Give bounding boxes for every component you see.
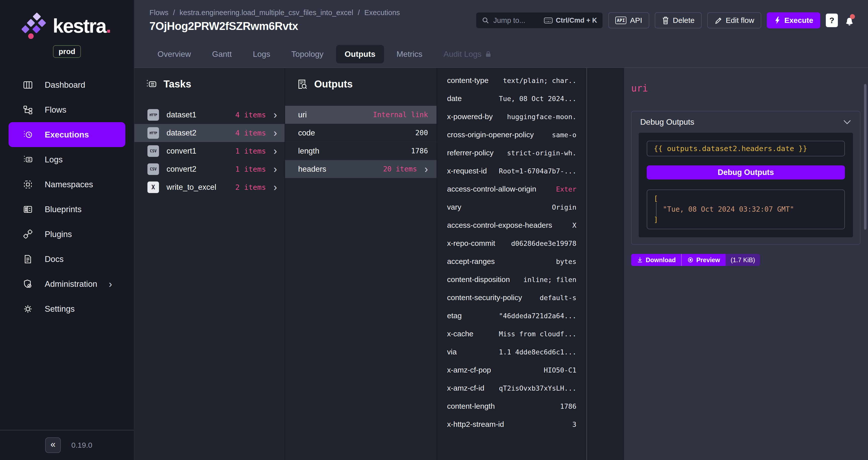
- sidebar-item-blueprints[interactable]: Blueprints: [8, 197, 125, 222]
- app-root: kestra. prod Dashboard Flows Executions: [0, 0, 868, 460]
- task-items-count: 1 items: [235, 165, 266, 173]
- breadcrumb-namespace[interactable]: kestra.engineering.load_multiple_csv_fil…: [180, 8, 353, 17]
- header-row[interactable]: x-repo-commitd06286dee3e19978: [437, 234, 586, 252]
- main-area: Flows / kestra.engineering.load_multiple…: [134, 0, 868, 460]
- breadcrumb-flows[interactable]: Flows: [149, 8, 168, 17]
- task-row-write-to-excel[interactable]: X write_to_excel 2 items ›: [134, 178, 285, 196]
- task-row-dataset2[interactable]: HTTP dataset2 4 items ›: [134, 124, 285, 142]
- search-input[interactable]: Jump to... Ctrl/Cmd + K: [476, 12, 603, 28]
- excel-task-icon: X: [148, 181, 159, 193]
- sidebar-item-label: Dashboard: [45, 80, 85, 90]
- output-row-code[interactable]: code 200: [285, 124, 436, 142]
- header-row[interactable]: x-powered-byhuggingface-moon.: [437, 108, 586, 126]
- header-row[interactable]: varyOrigin: [437, 198, 586, 216]
- file-size-badge: (1.7 KiB): [725, 254, 760, 266]
- execute-button[interactable]: Execute: [767, 12, 820, 28]
- download-button[interactable]: Download: [631, 254, 681, 266]
- debug-outputs-button[interactable]: Debug Outputs: [647, 165, 845, 179]
- header-row[interactable]: accept-rangesbytes: [437, 252, 586, 270]
- header-row[interactable]: x-cacheMiss from cloudf...: [437, 325, 586, 343]
- task-items-count: 1 items: [235, 147, 266, 155]
- breadcrumb-separator: /: [358, 8, 360, 17]
- vertical-scrollbar[interactable]: [864, 84, 867, 230]
- topbar-heading: Flows / kestra.engineering.load_multiple…: [149, 8, 400, 32]
- administration-shield-icon: [23, 279, 33, 289]
- chevron-right-icon: ›: [425, 165, 428, 173]
- csv-task-icon: CSV: [148, 145, 159, 157]
- sidebar-item-flows[interactable]: Flows: [8, 97, 125, 122]
- header-row[interactable]: x-amz-cf-idqT2isOvxb37xYsLH...: [437, 379, 586, 397]
- sidebar-item-label: Executions: [45, 130, 89, 140]
- notifications-bell-button[interactable]: [843, 13, 856, 27]
- tab-gantt[interactable]: Gantt: [204, 45, 240, 63]
- help-button[interactable]: ?: [826, 13, 838, 27]
- selected-output-title: uri: [631, 83, 861, 94]
- search-shortcut: Ctrl/Cmd + K: [544, 17, 597, 24]
- tasks-panel: Tasks HTTP dataset1 4 items › HTTP datas…: [134, 68, 285, 460]
- sidebar-item-administration[interactable]: Administration ›: [8, 271, 125, 296]
- header-row[interactable]: content-length1786: [437, 397, 586, 415]
- tab-logs[interactable]: Logs: [244, 45, 279, 63]
- header-row[interactable]: referrer-policystrict-origin-wh.: [437, 144, 586, 162]
- flows-icon: [23, 105, 33, 115]
- output-row-headers[interactable]: headers 20 items ›: [285, 160, 436, 178]
- sidebar-item-dashboard[interactable]: Dashboard: [8, 73, 125, 97]
- breadcrumb-executions[interactable]: Executions: [364, 8, 400, 17]
- preview-button[interactable]: Preview: [681, 254, 725, 266]
- edit-flow-button[interactable]: Edit flow: [707, 12, 761, 28]
- sidebar-item-label: Plugins: [45, 230, 72, 239]
- task-items-count: 4 items: [235, 111, 266, 119]
- kestra-logo[interactable]: kestra.: [0, 0, 134, 40]
- sidebar-item-settings[interactable]: Settings: [8, 296, 125, 321]
- header-row[interactable]: cross-origin-opener-policysame-o: [437, 126, 586, 144]
- header-row[interactable]: x-amz-cf-popHIO50-C1: [437, 361, 586, 379]
- notification-dot: [850, 14, 855, 19]
- sidebar-item-logs[interactable]: Logs: [8, 147, 125, 172]
- file-actions: Download Preview (1.7 KiB): [631, 254, 760, 266]
- sidebar-item-docs[interactable]: Docs: [8, 247, 125, 271]
- sidebar-footer: « 0.19.0: [0, 430, 134, 460]
- gear-icon: [23, 304, 33, 314]
- api-button[interactable]: API API: [608, 12, 649, 28]
- sidebar-item-namespaces[interactable]: Namespaces: [8, 172, 125, 197]
- header-row[interactable]: via1.1 4dde8ec6d6c1...: [437, 343, 586, 361]
- internal-link-value: Internal link: [373, 111, 428, 119]
- chevron-right-icon: ›: [274, 111, 277, 119]
- output-row-uri[interactable]: uri Internal link: [285, 106, 436, 124]
- header-row[interactable]: x-request-idRoot=1-6704a7b7-...: [437, 162, 586, 180]
- sidebar-item-label: Blueprints: [45, 205, 82, 214]
- tab-overview[interactable]: Overview: [149, 45, 199, 63]
- result-open-bracket: [: [654, 194, 838, 204]
- header-row[interactable]: content-typetext/plain; char..: [437, 71, 586, 89]
- collapse-sidebar-button[interactable]: «: [45, 437, 61, 453]
- output-detail-panel: uri Debug Outputs {{ outputs.dataset2.he…: [624, 68, 868, 460]
- tab-topology[interactable]: Topology: [283, 45, 332, 63]
- tab-outputs[interactable]: Outputs: [336, 45, 384, 63]
- header-row[interactable]: dateTue, 08 Oct 2024...: [437, 89, 586, 108]
- chevron-right-icon: ›: [274, 147, 277, 155]
- outputs-content: Tasks HTTP dataset1 4 items › HTTP datas…: [134, 68, 868, 460]
- header-row[interactable]: content-security-policydefault-s: [437, 289, 586, 307]
- task-row-dataset1[interactable]: HTTP dataset1 4 items ›: [134, 106, 285, 124]
- tab-metrics[interactable]: Metrics: [388, 45, 431, 63]
- lightning-icon: [774, 16, 781, 25]
- debug-outputs-body: {{ outputs.dataset2.headers.date }} Debu…: [639, 133, 853, 237]
- debug-outputs-card-header[interactable]: Debug Outputs: [632, 111, 860, 133]
- sidebar-item-executions[interactable]: Executions: [8, 122, 125, 147]
- task-row-convert2[interactable]: CSV convert2 1 items ›: [134, 160, 285, 178]
- dashboard-icon: [23, 80, 33, 90]
- tasks-list: HTTP dataset1 4 items › HTTP dataset2 4 …: [134, 106, 285, 196]
- outputs-list: uri Internal link code 200 length 1786 h…: [285, 106, 436, 178]
- header-row[interactable]: etag"46ddeda721d2a64...: [437, 307, 586, 325]
- expression-input[interactable]: {{ outputs.dataset2.headers.date }}: [647, 141, 845, 156]
- header-row[interactable]: access-control-allow-originExter: [437, 180, 586, 198]
- sidebar: kestra. prod Dashboard Flows Executions: [0, 0, 134, 460]
- delete-button[interactable]: Delete: [655, 12, 702, 28]
- output-row-length[interactable]: length 1786: [285, 142, 436, 160]
- sidebar-item-plugins[interactable]: Plugins: [8, 222, 125, 247]
- task-row-convert1[interactable]: CSV convert1 1 items ›: [134, 142, 285, 160]
- header-row[interactable]: content-dispositioninline; filen: [437, 270, 586, 289]
- pencil-icon: [714, 16, 722, 24]
- header-row[interactable]: access-control-expose-headersX: [437, 216, 586, 234]
- header-row[interactable]: x-http2-stream-id3: [437, 415, 586, 433]
